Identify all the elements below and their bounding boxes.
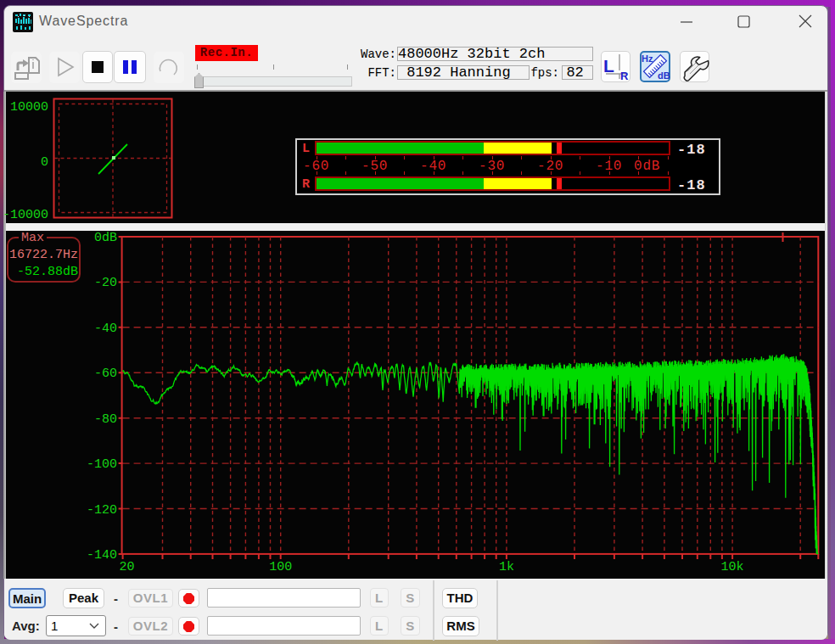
svg-text:R: R: [620, 70, 629, 82]
svg-text:-100: -100: [87, 457, 117, 472]
svg-text:0dB: 0dB: [94, 231, 117, 245]
svg-text:0: 0: [41, 155, 48, 170]
svg-text:-40: -40: [94, 322, 117, 336]
svg-text:1k: 1k: [499, 560, 514, 574]
svg-text:L: L: [603, 56, 614, 76]
svg-text:-80: -80: [94, 412, 117, 427]
svg-text:-120: -120: [87, 503, 117, 518]
svg-text:-60: -60: [94, 367, 117, 381]
svg-text:-140: -140: [87, 548, 117, 563]
svg-text:100: 100: [269, 560, 292, 574]
svg-text:-10000: -10000: [4, 208, 48, 222]
svg-text:dB: dB: [658, 70, 670, 81]
svg-text:20: 20: [119, 560, 134, 574]
svg-text:Hz: Hz: [642, 53, 653, 64]
svg-text:10000: 10000: [10, 100, 48, 115]
svg-text:10k: 10k: [721, 560, 744, 574]
svg-text:-20: -20: [94, 276, 117, 290]
